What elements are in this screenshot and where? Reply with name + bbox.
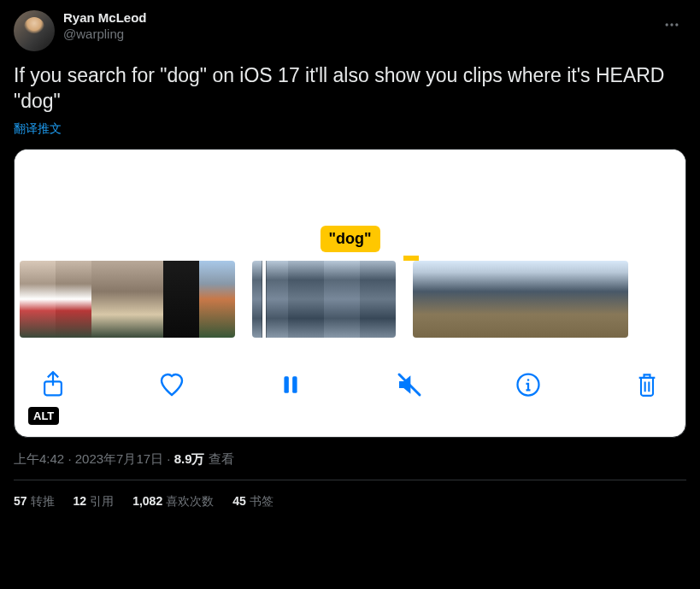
clip-group-active[interactable]: [252, 261, 396, 338]
clip-thumbnail: [163, 261, 199, 338]
clip-thumbnail: [485, 261, 521, 338]
media-toolbar: [15, 338, 685, 413]
stats-row: 57转推 12引用 1,082喜欢次数 45书签: [14, 480, 686, 523]
translate-link[interactable]: 翻译推文: [14, 121, 686, 137]
like-button[interactable]: [157, 370, 186, 399]
tweet-time[interactable]: 上午4:42: [14, 451, 64, 466]
svg-point-2: [675, 23, 678, 26]
tweet-header: Ryan McLeod @warpling: [14, 10, 686, 51]
timeline-marker: [403, 256, 419, 261]
clip-thumbnail: [199, 261, 235, 338]
tweet-date[interactable]: 2023年7月17日: [75, 451, 163, 466]
clip-thumbnail: [521, 261, 556, 338]
pause-button[interactable]: [276, 370, 305, 399]
clip-thumbnail: [252, 261, 288, 338]
avatar[interactable]: [14, 10, 55, 51]
more-button[interactable]: [657, 10, 686, 39]
svg-point-1: [670, 23, 673, 26]
tweet-container: Ryan McLeod @warpling If you search for …: [0, 0, 700, 523]
quotes-label: 引用: [90, 494, 114, 508]
heart-icon: [158, 371, 185, 398]
clip-group[interactable]: [20, 261, 235, 338]
trash-icon: [635, 371, 659, 398]
bookmarks-stat[interactable]: 45书签: [232, 494, 274, 509]
pause-icon: [279, 372, 302, 398]
clip-thumbnail: [449, 261, 485, 338]
alt-badge[interactable]: ALT: [28, 407, 59, 425]
clip-thumbnail: [56, 261, 91, 338]
svg-point-0: [666, 23, 668, 26]
tweet-text: If you search for "dog" on iOS 17 it'll …: [14, 63, 686, 115]
likes-label: 喜欢次数: [166, 494, 214, 508]
retweets-count: 57: [14, 494, 27, 508]
clip-thumbnail: [20, 261, 56, 338]
tweet-meta: 上午4:42 · 2023年7月17日 · 8.9万 查看: [14, 451, 686, 468]
likes-count: 1,082: [132, 494, 162, 508]
clip-group[interactable]: [413, 261, 628, 338]
video-timeline[interactable]: [15, 261, 685, 338]
search-term-label: "dog": [320, 226, 379, 252]
views-count: 8.9万: [174, 451, 205, 466]
display-name[interactable]: Ryan McLeod: [63, 10, 147, 27]
more-icon: [663, 16, 680, 33]
delete-button[interactable]: [632, 370, 662, 399]
bookmarks-label: 书签: [250, 494, 274, 508]
clip-thumbnail: [413, 261, 449, 338]
clip-thumbnail: [592, 261, 628, 338]
retweets-stat[interactable]: 57转推: [14, 494, 55, 509]
share-icon: [40, 371, 66, 398]
svg-rect-4: [284, 376, 288, 393]
mute-button[interactable]: [395, 370, 424, 399]
info-icon: [515, 372, 541, 398]
speaker-muted-icon: [396, 371, 423, 398]
clip-thumbnail: [324, 261, 360, 338]
user-info: Ryan McLeod @warpling: [63, 10, 147, 43]
views-label: 查看: [209, 451, 234, 466]
svg-point-8: [527, 379, 530, 381]
svg-rect-5: [292, 376, 297, 393]
clip-thumbnail: [91, 261, 127, 338]
info-button[interactable]: [514, 370, 543, 399]
quotes-stat[interactable]: 12引用: [74, 494, 115, 509]
retweets-label: 转推: [31, 494, 55, 508]
media-top: "dog": [15, 150, 685, 261]
quotes-count: 12: [74, 494, 87, 508]
user-handle[interactable]: @warpling: [63, 27, 147, 43]
share-button[interactable]: [38, 370, 68, 399]
clip-thumbnail: [288, 261, 324, 338]
playhead[interactable]: [262, 261, 266, 338]
likes-stat[interactable]: 1,082喜欢次数: [132, 494, 214, 509]
media-card[interactable]: "dog": [14, 149, 686, 438]
clip-thumbnail: [127, 261, 163, 338]
clip-thumbnail: [360, 261, 396, 338]
clip-thumbnail: [556, 261, 592, 338]
bookmarks-count: 45: [232, 494, 246, 508]
